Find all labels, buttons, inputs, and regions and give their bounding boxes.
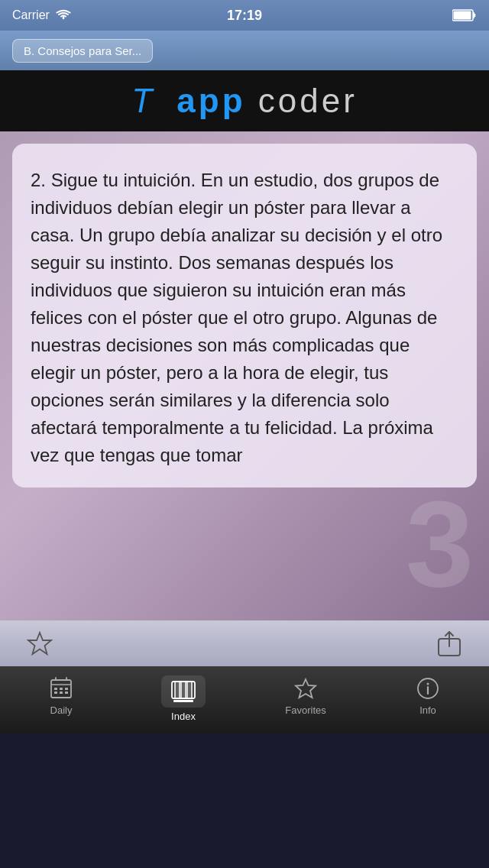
tab-bar: Daily Index Favorites: [0, 666, 489, 734]
wifi-icon: [56, 9, 71, 21]
svg-rect-13: [60, 691, 63, 694]
svg-rect-12: [54, 691, 57, 694]
svg-rect-14: [65, 691, 68, 694]
tab-info-label: Info: [419, 704, 436, 716]
share-icon: [436, 630, 463, 657]
svg-rect-19: [173, 700, 193, 702]
logo-t: T: [131, 82, 155, 119]
toolbar: [0, 620, 489, 666]
star-icon: [26, 630, 53, 657]
app-logo: T app coder: [131, 82, 358, 120]
tab-daily-label: Daily: [50, 704, 73, 716]
index-icon: [170, 679, 196, 704]
back-label: B. Consejos para Ser...: [24, 44, 141, 57]
tab-daily[interactable]: Daily: [0, 672, 122, 716]
status-bar: Carrier 17:19: [0, 0, 489, 31]
battery-icon: [452, 8, 477, 22]
svg-marker-20: [296, 679, 316, 698]
carrier-text: Carrier: [12, 8, 50, 22]
back-button[interactable]: B. Consejos para Ser...: [12, 39, 153, 63]
nav-bar: B. Consejos para Ser...: [0, 31, 489, 70]
svg-rect-11: [65, 688, 68, 690]
favorite-button[interactable]: [23, 627, 57, 660]
status-carrier: Carrier: [12, 8, 71, 22]
tab-index-icon-container: [161, 675, 206, 708]
tab-favorites[interactable]: Favorites: [244, 672, 367, 716]
tab-info[interactable]: Info: [367, 672, 489, 716]
svg-rect-1: [454, 11, 471, 20]
logo-app: app: [176, 82, 245, 119]
logo-coder: coder: [258, 82, 358, 119]
svg-rect-10: [60, 688, 63, 690]
svg-rect-16: [175, 682, 180, 698]
content-card: 2. Sigue tu intuición. En un estudio, do…: [12, 144, 477, 487]
svg-marker-2: [28, 633, 51, 654]
status-battery: [452, 8, 477, 22]
status-time: 17:19: [227, 8, 262, 24]
tab-index-label: Index: [171, 711, 196, 722]
svg-rect-9: [54, 688, 57, 690]
page-watermark: 3: [406, 483, 474, 605]
tab-index[interactable]: Index: [122, 672, 244, 722]
app-banner: T app coder: [0, 70, 489, 131]
svg-rect-17: [181, 682, 186, 698]
content-area: 3 2. Sigue tu intuición. En un estudio, …: [0, 131, 489, 620]
favorites-icon: [293, 675, 319, 701]
daily-icon: [48, 675, 74, 701]
share-button[interactable]: [432, 627, 466, 660]
tab-favorites-label: Favorites: [285, 704, 325, 716]
content-text: 2. Sigue tu intuición. En un estudio, do…: [31, 167, 458, 469]
svg-rect-18: [187, 682, 192, 698]
svg-point-23: [427, 683, 429, 685]
info-icon: [415, 675, 441, 701]
